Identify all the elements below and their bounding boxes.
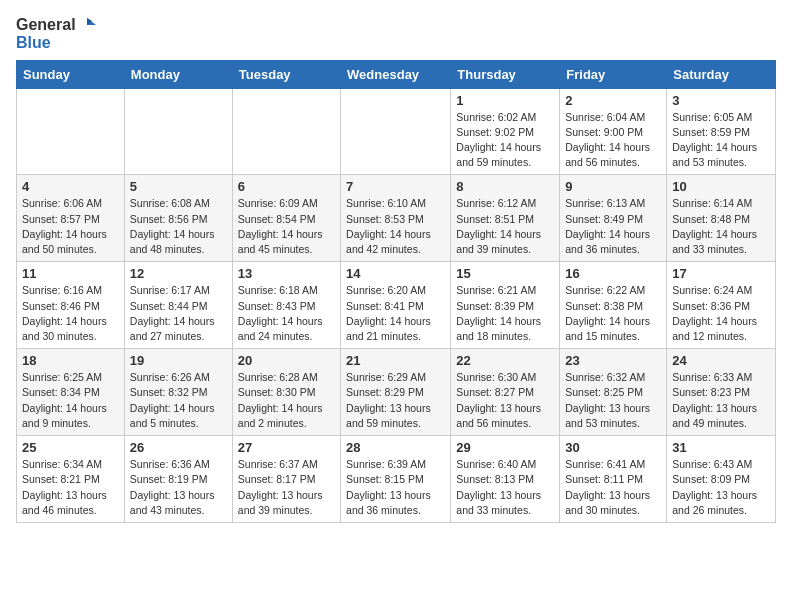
calendar-cell: 9Sunrise: 6:13 AM Sunset: 8:49 PM Daylig… (560, 175, 667, 262)
day-header-sunday: Sunday (17, 60, 125, 88)
calendar-cell: 10Sunrise: 6:14 AM Sunset: 8:48 PM Dayli… (667, 175, 776, 262)
day-header-monday: Monday (124, 60, 232, 88)
day-info: Sunrise: 6:25 AM Sunset: 8:34 PM Dayligh… (22, 370, 119, 431)
calendar-cell: 15Sunrise: 6:21 AM Sunset: 8:39 PM Dayli… (451, 262, 560, 349)
calendar-cell: 24Sunrise: 6:33 AM Sunset: 8:23 PM Dayli… (667, 349, 776, 436)
day-number: 24 (672, 353, 770, 368)
day-info: Sunrise: 6:40 AM Sunset: 8:13 PM Dayligh… (456, 457, 554, 518)
day-info: Sunrise: 6:20 AM Sunset: 8:41 PM Dayligh… (346, 283, 445, 344)
calendar-week-row: 11Sunrise: 6:16 AM Sunset: 8:46 PM Dayli… (17, 262, 776, 349)
logo-blue: Blue (16, 34, 96, 52)
day-number: 30 (565, 440, 661, 455)
calendar-cell: 31Sunrise: 6:43 AM Sunset: 8:09 PM Dayli… (667, 436, 776, 523)
calendar-cell: 19Sunrise: 6:26 AM Sunset: 8:32 PM Dayli… (124, 349, 232, 436)
calendar-cell: 20Sunrise: 6:28 AM Sunset: 8:30 PM Dayli… (232, 349, 340, 436)
day-header-friday: Friday (560, 60, 667, 88)
day-info: Sunrise: 6:26 AM Sunset: 8:32 PM Dayligh… (130, 370, 227, 431)
day-info: Sunrise: 6:02 AM Sunset: 9:02 PM Dayligh… (456, 110, 554, 171)
day-info: Sunrise: 6:30 AM Sunset: 8:27 PM Dayligh… (456, 370, 554, 431)
calendar-week-row: 4Sunrise: 6:06 AM Sunset: 8:57 PM Daylig… (17, 175, 776, 262)
day-info: Sunrise: 6:36 AM Sunset: 8:19 PM Dayligh… (130, 457, 227, 518)
calendar-cell: 1Sunrise: 6:02 AM Sunset: 9:02 PM Daylig… (451, 88, 560, 175)
calendar-cell: 16Sunrise: 6:22 AM Sunset: 8:38 PM Dayli… (560, 262, 667, 349)
day-number: 6 (238, 179, 335, 194)
day-info: Sunrise: 6:29 AM Sunset: 8:29 PM Dayligh… (346, 370, 445, 431)
calendar-cell: 23Sunrise: 6:32 AM Sunset: 8:25 PM Dayli… (560, 349, 667, 436)
day-number: 10 (672, 179, 770, 194)
day-number: 18 (22, 353, 119, 368)
calendar-cell: 28Sunrise: 6:39 AM Sunset: 8:15 PM Dayli… (341, 436, 451, 523)
calendar-cell: 2Sunrise: 6:04 AM Sunset: 9:00 PM Daylig… (560, 88, 667, 175)
day-number: 2 (565, 93, 661, 108)
day-info: Sunrise: 6:22 AM Sunset: 8:38 PM Dayligh… (565, 283, 661, 344)
day-number: 17 (672, 266, 770, 281)
day-number: 13 (238, 266, 335, 281)
day-info: Sunrise: 6:13 AM Sunset: 8:49 PM Dayligh… (565, 196, 661, 257)
day-number: 9 (565, 179, 661, 194)
calendar-cell: 3Sunrise: 6:05 AM Sunset: 8:59 PM Daylig… (667, 88, 776, 175)
calendar-cell: 18Sunrise: 6:25 AM Sunset: 8:34 PM Dayli… (17, 349, 125, 436)
calendar-cell: 12Sunrise: 6:17 AM Sunset: 8:44 PM Dayli… (124, 262, 232, 349)
day-info: Sunrise: 6:14 AM Sunset: 8:48 PM Dayligh… (672, 196, 770, 257)
day-number: 28 (346, 440, 445, 455)
calendar-cell: 13Sunrise: 6:18 AM Sunset: 8:43 PM Dayli… (232, 262, 340, 349)
day-info: Sunrise: 6:33 AM Sunset: 8:23 PM Dayligh… (672, 370, 770, 431)
day-info: Sunrise: 6:09 AM Sunset: 8:54 PM Dayligh… (238, 196, 335, 257)
calendar-cell (17, 88, 125, 175)
calendar-cell: 29Sunrise: 6:40 AM Sunset: 8:13 PM Dayli… (451, 436, 560, 523)
day-info: Sunrise: 6:17 AM Sunset: 8:44 PM Dayligh… (130, 283, 227, 344)
day-number: 25 (22, 440, 119, 455)
calendar-cell: 22Sunrise: 6:30 AM Sunset: 8:27 PM Dayli… (451, 349, 560, 436)
calendar-cell: 17Sunrise: 6:24 AM Sunset: 8:36 PM Dayli… (667, 262, 776, 349)
day-info: Sunrise: 6:43 AM Sunset: 8:09 PM Dayligh… (672, 457, 770, 518)
calendar-header-row: SundayMondayTuesdayWednesdayThursdayFrid… (17, 60, 776, 88)
day-info: Sunrise: 6:41 AM Sunset: 8:11 PM Dayligh… (565, 457, 661, 518)
day-info: Sunrise: 6:08 AM Sunset: 8:56 PM Dayligh… (130, 196, 227, 257)
day-info: Sunrise: 6:39 AM Sunset: 8:15 PM Dayligh… (346, 457, 445, 518)
day-info: Sunrise: 6:21 AM Sunset: 8:39 PM Dayligh… (456, 283, 554, 344)
day-header-thursday: Thursday (451, 60, 560, 88)
day-number: 3 (672, 93, 770, 108)
day-number: 23 (565, 353, 661, 368)
day-info: Sunrise: 6:10 AM Sunset: 8:53 PM Dayligh… (346, 196, 445, 257)
day-number: 16 (565, 266, 661, 281)
logo: General Blue (16, 16, 96, 52)
day-number: 14 (346, 266, 445, 281)
day-number: 26 (130, 440, 227, 455)
day-number: 31 (672, 440, 770, 455)
day-number: 12 (130, 266, 227, 281)
calendar-cell (232, 88, 340, 175)
day-info: Sunrise: 6:06 AM Sunset: 8:57 PM Dayligh… (22, 196, 119, 257)
day-number: 15 (456, 266, 554, 281)
calendar-cell: 8Sunrise: 6:12 AM Sunset: 8:51 PM Daylig… (451, 175, 560, 262)
day-info: Sunrise: 6:04 AM Sunset: 9:00 PM Dayligh… (565, 110, 661, 171)
logo-bird-icon (78, 16, 96, 34)
calendar-cell: 30Sunrise: 6:41 AM Sunset: 8:11 PM Dayli… (560, 436, 667, 523)
day-number: 8 (456, 179, 554, 194)
page-header: General Blue (16, 16, 776, 52)
day-info: Sunrise: 6:24 AM Sunset: 8:36 PM Dayligh… (672, 283, 770, 344)
day-number: 4 (22, 179, 119, 194)
calendar-cell: 5Sunrise: 6:08 AM Sunset: 8:56 PM Daylig… (124, 175, 232, 262)
day-info: Sunrise: 6:32 AM Sunset: 8:25 PM Dayligh… (565, 370, 661, 431)
day-info: Sunrise: 6:18 AM Sunset: 8:43 PM Dayligh… (238, 283, 335, 344)
day-number: 19 (130, 353, 227, 368)
day-number: 21 (346, 353, 445, 368)
calendar-cell: 11Sunrise: 6:16 AM Sunset: 8:46 PM Dayli… (17, 262, 125, 349)
calendar-cell: 14Sunrise: 6:20 AM Sunset: 8:41 PM Dayli… (341, 262, 451, 349)
day-header-tuesday: Tuesday (232, 60, 340, 88)
logo-container: General Blue (16, 16, 96, 52)
calendar-cell: 6Sunrise: 6:09 AM Sunset: 8:54 PM Daylig… (232, 175, 340, 262)
day-number: 5 (130, 179, 227, 194)
calendar-cell: 26Sunrise: 6:36 AM Sunset: 8:19 PM Dayli… (124, 436, 232, 523)
day-number: 29 (456, 440, 554, 455)
day-info: Sunrise: 6:16 AM Sunset: 8:46 PM Dayligh… (22, 283, 119, 344)
calendar-cell (124, 88, 232, 175)
day-header-saturday: Saturday (667, 60, 776, 88)
calendar-table: SundayMondayTuesdayWednesdayThursdayFrid… (16, 60, 776, 523)
day-number: 1 (456, 93, 554, 108)
day-number: 7 (346, 179, 445, 194)
day-info: Sunrise: 6:34 AM Sunset: 8:21 PM Dayligh… (22, 457, 119, 518)
logo-general: General (16, 16, 76, 34)
day-info: Sunrise: 6:37 AM Sunset: 8:17 PM Dayligh… (238, 457, 335, 518)
